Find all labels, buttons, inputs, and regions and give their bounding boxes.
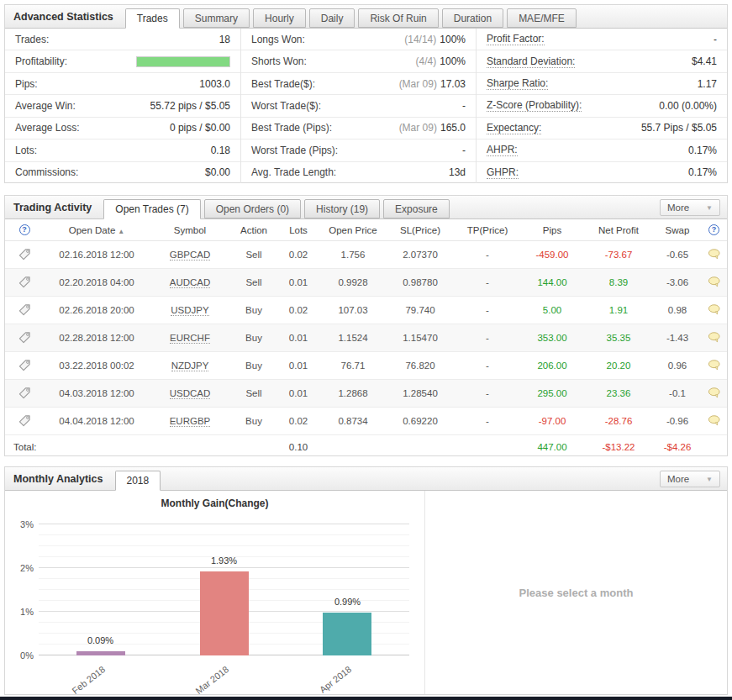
action-cell: Buy [230, 305, 277, 315]
trade-tag-cell [5, 414, 44, 429]
tab-history-19[interactable]: History (19) [304, 199, 380, 218]
stat-label[interactable]: Z-Score (Probability): [487, 99, 582, 112]
symbol-link[interactable]: USDCAD [170, 388, 211, 399]
column-header-open-date[interactable]: Open Date▲ [44, 225, 150, 235]
help-icon[interactable]: ? [708, 224, 719, 235]
comment-icon[interactable] [708, 332, 721, 345]
column-header-symbol[interactable]: Symbol [150, 225, 230, 235]
pips-cell: -459.00 [521, 250, 583, 260]
stat-row-ghpr: GHPR:0.17% [477, 162, 727, 183]
help-icon[interactable]: ? [19, 224, 30, 235]
open-date-cell: 03.22.2018 00:02 [44, 361, 150, 371]
monthly-gain-chart: Monthly Gain(Change) 0%1%2%3%0.09%Feb 20… [5, 491, 425, 694]
advanced-statistics-tabs: TradesSummaryHourlyDailyRisk Of RuinDura… [125, 8, 577, 29]
tag-icon[interactable] [18, 387, 31, 401]
tab-risk-of-ruin[interactable]: Risk Of Ruin [358, 8, 438, 28]
tab-open-trades-7[interactable]: Open Trades (7) [103, 199, 200, 219]
tab-exposure[interactable]: Exposure [383, 199, 450, 218]
symbol-link[interactable]: EURCHF [170, 333, 210, 344]
stat-label: Best Trade($): [251, 78, 315, 90]
stat-value-main: 165.0 [440, 122, 466, 134]
symbol-link[interactable]: EURGBP [170, 416, 211, 427]
lots-cell: 0.01 [277, 388, 319, 398]
comment-icon[interactable] [708, 360, 721, 372]
table-row: 02.16.2018 12:00GBPCADSell0.021.7562.073… [5, 241, 727, 269]
comment-icon[interactable] [708, 415, 721, 428]
symbol-link[interactable]: NZDJPY [171, 361, 209, 371]
more-button[interactable]: More ▼ [660, 199, 720, 216]
pips-cell: -97.00 [521, 416, 583, 426]
symbol-cell: AUDCAD [150, 277, 230, 288]
tp-price-cell: - [454, 388, 521, 398]
column-header-tp-price[interactable]: TP(Price) [454, 225, 521, 235]
net-profit-cell: -73.67 [583, 250, 654, 260]
bar-feb-2018[interactable] [76, 651, 125, 655]
stat-label[interactable]: Sharpe Ratio: [487, 77, 548, 90]
column-header-lots[interactable]: Lots [277, 225, 319, 235]
column-header-net-profit[interactable]: Net Profit [583, 225, 654, 235]
tp-price-cell: - [454, 333, 521, 343]
column-header-sl-price[interactable]: SL(Price) [387, 225, 454, 235]
symbol-link[interactable]: GBPCAD [170, 250, 211, 261]
stat-row-best-trade: Best Trade($):(Mar 09)17.03 [241, 73, 476, 95]
tag-icon[interactable] [18, 331, 31, 345]
tab-open-orders-0[interactable]: Open Orders (0) [204, 199, 301, 218]
tab-summary[interactable]: Summary [183, 8, 250, 28]
monthly-analytics-panel: Monthly Analytics 2018 More ▼ Monthly Ga… [4, 466, 728, 695]
stat-label[interactable]: Expectancy: [487, 122, 541, 134]
comment-icon[interactable] [708, 387, 721, 400]
tab-daily[interactable]: Daily [309, 8, 355, 28]
trade-tag-cell [5, 276, 44, 290]
stat-label[interactable]: AHPR: [487, 144, 518, 156]
monthly-analytics-header: Monthly Analytics 2018 More ▼ [5, 467, 727, 491]
column-header-swap[interactable]: Swap [654, 225, 701, 235]
symbol-link[interactable]: AUDCAD [170, 277, 211, 288]
tag-icon[interactable] [18, 276, 31, 290]
trades-table-header: ?Open Date▲SymbolActionLotsOpen PriceSL(… [5, 219, 727, 241]
more-button[interactable]: More ▼ [660, 471, 720, 487]
stat-label[interactable]: Profit Factor: [487, 33, 545, 45]
column-header-pips[interactable]: Pips [521, 225, 583, 235]
tab-mae-mfe[interactable]: MAE/MFE [507, 8, 577, 28]
stat-value: 55.72 pips / $5.05 [150, 100, 230, 112]
stat-value: 0 pips / $0.00 [170, 122, 230, 134]
pips-cell: 144.00 [521, 277, 583, 287]
stat-row-average-loss: Average Loss:0 pips / $0.00 [5, 118, 240, 139]
stat-label[interactable]: Standard Deviation: [487, 55, 575, 68]
tab-duration[interactable]: Duration [442, 8, 503, 28]
tag-icon[interactable] [18, 303, 31, 318]
open-price-cell: 1.756 [319, 250, 387, 260]
tag-icon[interactable] [18, 414, 31, 429]
total-label: Total: [5, 442, 150, 452]
tag-icon[interactable] [18, 359, 31, 373]
comment-icon[interactable] [708, 276, 721, 289]
tag-icon[interactable] [18, 248, 31, 262]
sl-price-cell: 0.98780 [387, 277, 454, 287]
stat-row-trades: Trades:18 [5, 29, 240, 50]
stat-label[interactable]: GHPR: [487, 166, 519, 179]
comment-icon[interactable] [708, 249, 721, 261]
sl-price-cell: 1.15470 [387, 333, 454, 343]
header-help-cell: ? [701, 224, 727, 235]
chevron-down-icon: ▼ [706, 204, 713, 212]
stat-value: - [462, 145, 466, 156]
swap-cell: -3.06 [654, 277, 701, 287]
stats-column-1: Trades:18Profitability:Pips:1003.0Averag… [5, 29, 240, 183]
trade-tag-cell [5, 359, 44, 373]
stat-value: 0.17% [688, 145, 717, 156]
bar-mar-2018[interactable] [200, 571, 249, 655]
stat-label: Average Win: [15, 100, 76, 112]
tab-trades[interactable]: Trades [125, 8, 180, 29]
column-header-open-price[interactable]: Open Price [319, 225, 387, 235]
column-header-action[interactable]: Action [230, 225, 277, 235]
stat-value: (4/4)100% [416, 55, 466, 67]
bar-apr-2018[interactable] [323, 613, 371, 655]
comment-icon[interactable] [708, 304, 721, 317]
stat-value-main: 0.17% [688, 166, 717, 178]
stat-value-main: 0 pips / $0.00 [170, 122, 230, 134]
tab-hourly[interactable]: Hourly [253, 8, 306, 28]
symbol-link[interactable]: USDJPY [171, 305, 208, 316]
tab-2018[interactable]: 2018 [115, 471, 161, 491]
stat-value-main: $0.00 [205, 166, 230, 178]
stat-value: $4.41 [692, 55, 717, 67]
